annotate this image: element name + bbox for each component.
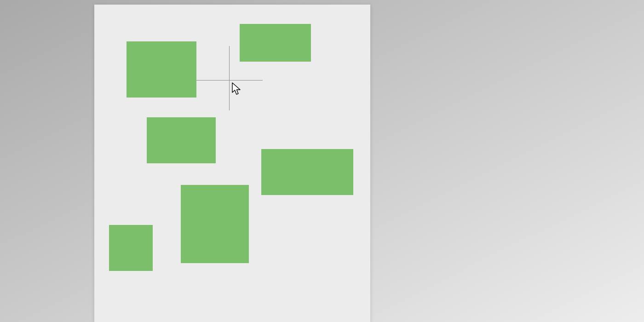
smart-guide-horizontal: [196, 80, 263, 80]
rectangle-shape[interactable]: [126, 41, 196, 98]
rectangle-shape[interactable]: [261, 149, 353, 195]
smart-guide-vertical: [229, 46, 230, 110]
rectangle-shape[interactable]: [240, 24, 311, 62]
rectangle-shape[interactable]: [181, 185, 249, 263]
rectangle-shape[interactable]: [147, 117, 216, 163]
editor-viewport[interactable]: [0, 0, 644, 322]
rectangle-shape[interactable]: [109, 225, 153, 271]
